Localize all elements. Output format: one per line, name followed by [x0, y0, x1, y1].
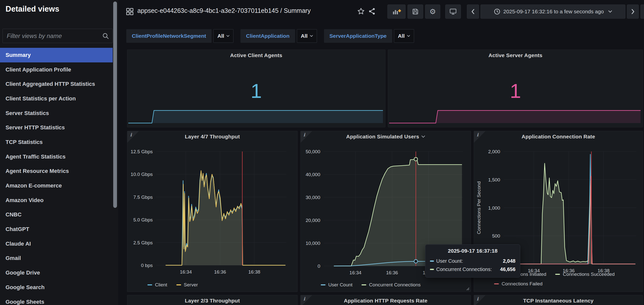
sidebar-item-google-search[interactable]: Google Search	[0, 280, 113, 295]
legend: Client Server	[147, 282, 198, 288]
stat-value-server-agents: 1	[388, 80, 643, 103]
legend-item[interactable]: Client	[147, 282, 167, 288]
time-range-picker[interactable]: 2025-09-17 16:32:16 to a few seconds ago	[480, 5, 625, 19]
svg-text:10.0 Gbps: 10.0 Gbps	[131, 172, 153, 177]
server-agents-sparkline	[389, 107, 643, 126]
sidebar-item-amazon-e-commerce[interactable]: Amazon E-commerce	[0, 178, 113, 193]
variable-value-dropdown[interactable]: All	[213, 29, 233, 43]
legend-item[interactable]: Connections Failed	[494, 281, 543, 287]
svg-text:Connections Per Second: Connections Per Second	[476, 181, 481, 234]
sidebar-item-tcp-statistics[interactable]: TCP Statistics	[0, 135, 113, 149]
chevron-down-icon	[407, 35, 410, 37]
time-forward-button[interactable]	[627, 5, 639, 19]
stat-value-client-agents: 1	[127, 80, 385, 103]
chevron-left-icon	[471, 9, 475, 14]
sidebar-item-google-drive[interactable]: Google Drive	[0, 265, 113, 280]
gear-icon: ⚙	[429, 8, 436, 15]
svg-text:1,000: 1,000	[488, 205, 500, 211]
sidebar-item-chatgpt[interactable]: ChatGPT	[0, 222, 113, 237]
legend: Connections Failed	[494, 281, 543, 287]
sparkline	[128, 107, 385, 125]
svg-text:16:34: 16:34	[180, 269, 192, 275]
sidebar-item-cnbc[interactable]: CNBC	[0, 208, 113, 222]
panel-tcp-instantaneous-latency: i TCP Instantaneous Latency	[474, 295, 643, 305]
variable-label-clientapplication[interactable]: ClientApplication	[240, 29, 295, 43]
panel-title[interactable]: Active Client Agents	[127, 52, 385, 58]
star-icon[interactable]	[357, 8, 365, 15]
svg-text:16:38: 16:38	[248, 269, 260, 275]
sidebar-item-agent-traffic-statistics[interactable]: Agent Traffic Statistics	[0, 149, 113, 164]
dashboard-breadcrumb[interactable]: appsec-e044263c-a8c9-4bc1-a3e2-7037011eb…	[137, 7, 311, 14]
sidebar-item-amazon-video[interactable]: Amazon Video	[0, 193, 113, 208]
variable-label-serverapplicationtype[interactable]: ServerApplicationType	[324, 29, 392, 43]
dashboard-settings-button[interactable]: ⚙	[425, 5, 440, 19]
panel-title[interactable]: Application Simulated Users	[301, 134, 471, 140]
panel-active-server-agents: Active Server Agents 1	[388, 50, 643, 127]
legend-item[interactable]: Connections Succeeded	[555, 272, 615, 277]
variable-label-clientprofilenetworksegment[interactable]: ClientProfileNetworkSegment	[126, 29, 212, 43]
variable-value-dropdown[interactable]: All	[394, 29, 414, 43]
sidebar-filter-box[interactable]	[3, 29, 113, 43]
panel-layer47-throughput: 0 bps2.5 Gbps5.0 Gbps7.5 Gbps10.0 Gbps12…	[127, 131, 298, 292]
svg-text:20,000: 20,000	[306, 218, 320, 223]
filter-views-input[interactable]	[3, 32, 102, 40]
sidebar-item-summary[interactable]: Summary	[0, 48, 113, 62]
svg-text:16:36: 16:36	[214, 269, 226, 275]
chevron-right-icon	[631, 9, 635, 14]
svg-text:0: 0	[317, 263, 320, 269]
tooltip-row: User Count:2,048	[430, 257, 515, 265]
template-variables-row: ClientProfileNetworkSegmentAllClientAppl…	[126, 29, 414, 43]
time-back-button[interactable]	[467, 5, 479, 19]
client-agents-sparkline	[128, 107, 385, 126]
sidebar-item-client-application-profile[interactable]: Client Application Profile	[0, 62, 113, 77]
svg-text:0 bps: 0 bps	[141, 263, 153, 268]
search-icon	[102, 33, 109, 39]
svg-text:500: 500	[492, 233, 500, 239]
sidebar-item-server-statistics[interactable]: Server Statistics	[0, 106, 113, 121]
bar-chart-plus-icon	[392, 8, 401, 15]
svg-text:5.0 Gbps: 5.0 Gbps	[133, 217, 153, 222]
legend-item[interactable]: Concurrent Connections	[361, 282, 421, 288]
legend-item[interactable]: Server	[176, 282, 198, 288]
svg-text:2.5 Gbps: 2.5 Gbps	[133, 240, 153, 245]
panel-title[interactable]: Application HTTP Requests Rate	[301, 298, 471, 304]
panel-application-http-requests-rate: i Application HTTP Requests Rate	[300, 295, 471, 305]
monitor-icon	[449, 8, 457, 15]
svg-text:30,000: 30,000	[306, 195, 320, 200]
sidebar-item-client-statistics-per-action[interactable]: Client Statistics per Action	[0, 91, 113, 106]
panel-title[interactable]: Active Server Agents	[388, 52, 643, 58]
legend: User Count Concurrent Connections	[321, 282, 421, 288]
panel-resize-handle[interactable]	[466, 287, 469, 290]
panel-title[interactable]: TCP Instantaneous Latency	[474, 298, 643, 304]
legend-item[interactable]: User Count	[321, 282, 352, 288]
panel-layer23-throughput: Layer 2/3 Throughput	[127, 295, 298, 305]
sidebar-item-client-aggregated-http-statistics[interactable]: Client Aggregated HTTP Statistics	[0, 77, 113, 91]
chevron-down-icon	[226, 35, 229, 37]
chart-tooltip: 2025-09-17 16:37:18 User Count:2,048 Con…	[425, 244, 520, 278]
svg-text:7.5 Gbps: 7.5 Gbps	[133, 195, 153, 200]
panel-title[interactable]: Layer 4/7 Throughput	[127, 134, 297, 140]
dashboards-grid-icon[interactable]	[126, 8, 134, 16]
tooltip-row: Concurrent Connections:46,656	[430, 265, 515, 274]
add-panel-button[interactable]	[387, 5, 406, 19]
clock-icon	[494, 8, 500, 15]
panel-menu-chevron-icon	[421, 135, 425, 138]
time-zoom-out-button[interactable]	[640, 5, 644, 19]
save-dashboard-button[interactable]	[408, 5, 423, 19]
tooltip-timestamp: 2025-09-17 16:37:18	[430, 248, 515, 254]
sidebar-item-google-sheets[interactable]: Google Sheets	[0, 295, 113, 305]
sidebar-scrollbar[interactable]	[113, 2, 117, 208]
share-icon[interactable]	[368, 8, 376, 15]
sidebar-item-server-http-statistics[interactable]: Server HTTP Statistics	[0, 120, 113, 135]
panel-title[interactable]: Layer 2/3 Throughput	[127, 298, 297, 304]
chart-layer47[interactable]: 0 bps2.5 Gbps5.0 Gbps7.5 Gbps10.0 Gbps12…	[127, 131, 298, 292]
detailed-views-sidebar: Detailed views SummaryClient Application…	[0, 0, 118, 305]
tv-mode-button[interactable]	[445, 5, 461, 19]
sidebar-item-agent-resource-metrics[interactable]: Agent Resource Metrics	[0, 164, 113, 179]
variable-value-dropdown[interactable]: All	[297, 29, 317, 43]
sidebar-item-gmail[interactable]: Gmail	[0, 251, 113, 266]
sidebar-item-claude-ai[interactable]: Claude AI	[0, 237, 113, 251]
panel-title[interactable]: Application Connection Rate	[474, 134, 643, 140]
svg-text:1,500: 1,500	[488, 177, 500, 182]
sidebar-title: Detailed views	[6, 5, 59, 14]
